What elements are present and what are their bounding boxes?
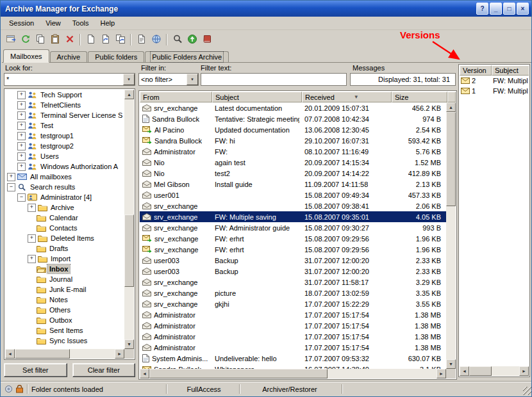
toolbar-sync-button[interactable] <box>98 32 113 47</box>
tree-item-outbox[interactable]: Outbox <box>5 315 124 325</box>
scroll-right-icon[interactable]: ► <box>519 366 529 376</box>
menu-tools[interactable]: Tools <box>67 17 95 29</box>
toolbar-copy-button[interactable] <box>33 32 47 47</box>
filter-text-input[interactable] <box>201 73 347 86</box>
tab-public-folders[interactable]: Public folders <box>88 51 144 62</box>
column-header-from[interactable]: From <box>140 92 212 102</box>
message-row-4[interactable]: AdministratorFW:08.10.2007 11:16:495.76 … <box>140 146 446 157</box>
expand-icon[interactable]: + <box>28 204 36 212</box>
message-row-21[interactable]: Administrator17.07.2007 15:17:541.38 MB <box>140 331 446 342</box>
message-row-0[interactable]: srv_exchangeLatest documentation20.01.20… <box>140 102 446 113</box>
tree-item-deleted-items[interactable]: +Deleted Items <box>5 233 124 243</box>
version-column-header-version[interactable]: Version <box>460 65 492 76</box>
toolbar-open-mailbox-button[interactable] <box>3 32 18 47</box>
tree-item-search-results[interactable]: −Search results <box>5 182 124 192</box>
expand-icon[interactable]: + <box>17 152 26 161</box>
toolbar-report-button[interactable] <box>134 32 149 47</box>
expand-icon[interactable]: + <box>17 91 26 99</box>
message-row-13[interactable]: srv_exchangeFW: erhrt15.08.2007 09:29:56… <box>140 244 446 255</box>
message-row-18[interactable]: srv_exchangegkjhi17.07.2007 15:22:293.55… <box>140 298 446 309</box>
message-row-19[interactable]: Administrator17.07.2007 15:17:541.38 MB <box>140 309 446 320</box>
tree-item-testgroup1[interactable]: +testgroup1 <box>5 131 124 141</box>
message-row-5[interactable]: Nioagain test20.09.2007 14:15:341.52 MB <box>140 157 446 168</box>
message-row-3[interactable]: Sandra BullockFW: hi29.10.2007 16:07:315… <box>140 135 446 146</box>
tree-item-telnetclients[interactable]: +TelnetClients <box>5 100 124 110</box>
message-row-17[interactable]: srv_exchangepicture18.07.2007 13:02:593.… <box>140 288 446 298</box>
tree-item-users[interactable]: +Users <box>5 151 124 161</box>
tree-item-calendar[interactable]: Calendar <box>5 213 124 223</box>
scroll-up-icon[interactable]: ▲ <box>124 90 134 99</box>
message-row-20[interactable]: Administrator17.07.2007 15:17:541.38 MB <box>140 320 446 331</box>
menu-session[interactable]: Session <box>3 17 40 29</box>
set-filter-button[interactable]: Set filter <box>4 363 67 377</box>
message-row-7[interactable]: Mel GibsonInstall guide11.09.2007 14:11:… <box>140 179 446 190</box>
help-button[interactable]: ? <box>476 3 488 15</box>
message-row-24[interactable]: Sandra BullockWhitepapers16.07.2007 14:3… <box>140 364 446 369</box>
tree-vertical-scrollbar[interactable]: ▲▼ <box>124 90 134 349</box>
message-row-2[interactable]: Al PacinoUpdated documentation13.06.2008… <box>140 124 446 135</box>
message-row-14[interactable]: user003Backup31.07.2007 12:00:202.33 KB <box>140 255 446 266</box>
expand-icon[interactable]: + <box>17 122 26 130</box>
menu-view[interactable]: View <box>40 17 67 29</box>
tree-item-notes[interactable]: Notes <box>5 295 124 305</box>
resize-grip[interactable] <box>523 387 531 395</box>
tree-item-testgroup2[interactable]: +testgroup2 <box>5 141 124 151</box>
scroll-down-icon[interactable]: ▼ <box>446 359 456 369</box>
scrollbar-thumb[interactable] <box>446 112 456 206</box>
message-row-9[interactable]: srv_exchange15.08.2007 09:38:412.06 KB <box>140 200 446 211</box>
expand-icon[interactable]: + <box>17 132 26 140</box>
scrollbar-track[interactable] <box>124 99 134 339</box>
tree-item-sync-issues[interactable]: Sync Issues <box>5 336 124 346</box>
tree-item-import[interactable]: +Import <box>5 254 124 264</box>
dropdown-arrow-icon[interactable]: ▼ <box>123 74 135 85</box>
version-row-0[interactable]: 2FW: Multipl <box>460 76 529 86</box>
message-row-15[interactable]: user003Backup31.07.2007 12:00:202.33 KB <box>140 266 446 277</box>
toolbar-refresh-button[interactable] <box>18 32 33 47</box>
expand-icon[interactable]: + <box>28 255 36 263</box>
tree-item-archive[interactable]: +Archive <box>5 202 124 213</box>
tree-item-sent-items[interactable]: Sent Items <box>5 325 124 336</box>
tab-archive[interactable]: Archive <box>50 51 88 62</box>
scrollbar-track[interactable] <box>15 349 115 359</box>
versions-horizontal-scrollbar[interactable]: ◄► <box>460 366 529 376</box>
tree-item-windows-authorization-a[interactable]: +Windows Authorization A <box>5 161 124 172</box>
collapse-icon[interactable]: − <box>7 183 15 191</box>
message-row-8[interactable]: user00115.08.2007 09:49:34457.33 KB <box>140 190 446 200</box>
message-row-23[interactable]: System Adminis...Undeliverable: hello17.… <box>140 353 446 364</box>
message-row-1[interactable]: Sandra BullockTentative: Strategic meeti… <box>140 113 446 124</box>
tree-horizontal-scrollbar[interactable]: ◄► <box>5 349 124 359</box>
scrollbar-track[interactable] <box>149 369 436 378</box>
toolbar-web-report-button[interactable] <box>149 32 163 47</box>
close-button[interactable]: × <box>517 3 529 15</box>
scroll-up-icon[interactable]: ▲ <box>446 102 456 112</box>
titlebar[interactable]: Archive Manager for Exchange ? _ □ × <box>1 1 531 17</box>
column-header-received[interactable]: Received▼ <box>302 92 392 102</box>
tree-item-administrator-4[interactable]: −Administrator [4] <box>5 192 124 202</box>
scrollbar-track[interactable] <box>446 112 456 359</box>
version-row-1[interactable]: 1FW: Multipl <box>460 86 529 96</box>
scroll-down-icon[interactable]: ▼ <box>124 339 134 349</box>
scroll-right-icon[interactable]: ► <box>436 369 446 378</box>
tab-mailboxes[interactable]: Mailboxes <box>3 49 49 63</box>
message-row-16[interactable]: srv_exchange31.07.2007 11:58:173.29 KB <box>140 277 446 288</box>
toolbar-paste-button[interactable] <box>47 32 62 47</box>
maximize-button[interactable]: □ <box>503 3 515 15</box>
messages-horizontal-scrollbar[interactable]: ◄► <box>140 369 446 378</box>
filter-in-combobox[interactable]: <no filter> ▼ <box>138 73 199 86</box>
message-row-10[interactable]: srv_exchangeFW: Multiple saving15.08.200… <box>140 211 446 222</box>
collapse-icon[interactable]: − <box>17 193 26 202</box>
toolbar-stop-task-button[interactable] <box>199 32 214 47</box>
message-row-12[interactable]: srv_exchangeFW: erhrt15.08.2007 09:29:56… <box>140 233 446 244</box>
tab-public-folders-archive[interactable]: Public Folders Archive <box>145 51 229 62</box>
message-row-6[interactable]: Niotest220.09.2007 14:14:22412.89 KB <box>140 168 446 179</box>
tree-item-tech-support[interactable]: +Tech Support <box>5 90 124 100</box>
message-row-22[interactable]: Administrator17.07.2007 15:17:541.38 MB <box>140 342 446 353</box>
dropdown-arrow-icon[interactable]: ▼ <box>187 74 198 85</box>
scroll-right-icon[interactable]: ► <box>115 349 124 359</box>
expand-icon[interactable]: + <box>28 234 36 243</box>
expand-icon[interactable]: + <box>17 163 26 171</box>
scrollbar-thumb[interactable] <box>469 366 492 376</box>
menu-help[interactable]: Help <box>94 17 121 29</box>
tree-item-contacts[interactable]: Contacts <box>5 223 124 233</box>
expand-icon[interactable]: + <box>17 142 26 150</box>
